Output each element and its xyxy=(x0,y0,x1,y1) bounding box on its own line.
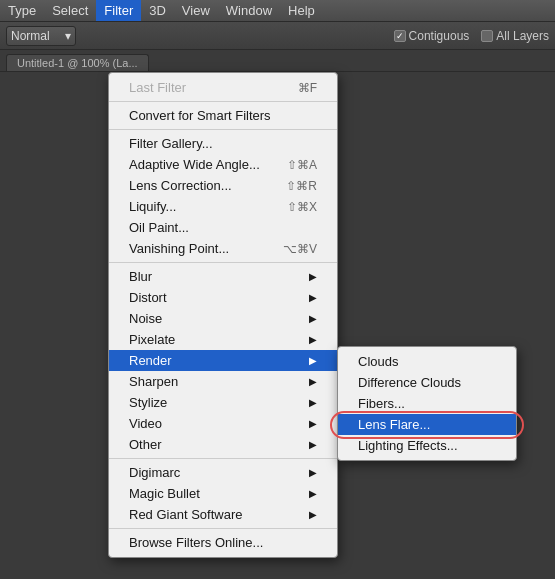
menubar-item-select[interactable]: Select xyxy=(44,0,96,21)
digimarc-arrow: ▶ xyxy=(309,467,317,478)
noise-arrow: ▶ xyxy=(309,313,317,324)
menu-item-sharpen[interactable]: Sharpen ▶ xyxy=(109,371,337,392)
menu-item-oil-paint[interactable]: Oil Paint... xyxy=(109,217,337,238)
filter-dropdown-menu: Last Filter ⌘F Convert for Smart Filters… xyxy=(108,72,338,558)
render-arrow: ▶ xyxy=(309,355,317,366)
menubar-item-help[interactable]: Help xyxy=(280,0,323,21)
separator-5 xyxy=(109,528,337,529)
submenu-item-difference-clouds[interactable]: Difference Clouds xyxy=(338,372,516,393)
menu-item-other[interactable]: Other ▶ xyxy=(109,434,337,455)
menu-item-video[interactable]: Video ▶ xyxy=(109,413,337,434)
sharpen-arrow: ▶ xyxy=(309,376,317,387)
stylize-arrow: ▶ xyxy=(309,397,317,408)
tab-bar: Untitled-1 @ 100% (La... xyxy=(0,50,555,72)
menu-item-convert-smart[interactable]: Convert for Smart Filters xyxy=(109,105,337,126)
blend-mode-select[interactable]: Normal ▾ xyxy=(6,26,76,46)
magic-bullet-arrow: ▶ xyxy=(309,488,317,499)
contiguous-checkbox[interactable] xyxy=(394,30,406,42)
document-tab[interactable]: Untitled-1 @ 100% (La... xyxy=(6,54,149,71)
red-giant-arrow: ▶ xyxy=(309,509,317,520)
all-layers-checkbox-item[interactable]: All Layers xyxy=(481,29,549,43)
menu-item-lens-correction[interactable]: Lens Correction... ⇧⌘R xyxy=(109,175,337,196)
menu-item-stylize[interactable]: Stylize ▶ xyxy=(109,392,337,413)
menu-item-liquify[interactable]: Liquify... ⇧⌘X xyxy=(109,196,337,217)
menu-item-magic-bullet[interactable]: Magic Bullet ▶ xyxy=(109,483,337,504)
pixelate-arrow: ▶ xyxy=(309,334,317,345)
menubar-item-type[interactable]: Type xyxy=(0,0,44,21)
menu-item-browse-filters[interactable]: Browse Filters Online... xyxy=(109,532,337,553)
separator-3 xyxy=(109,262,337,263)
options-bar: Normal ▾ Contiguous All Layers xyxy=(0,22,555,50)
menu-item-render[interactable]: Render ▶ Clouds Difference Clouds Fibers… xyxy=(109,350,337,371)
menubar-item-3d[interactable]: 3D xyxy=(141,0,174,21)
distort-arrow: ▶ xyxy=(309,292,317,303)
menubar-item-window[interactable]: Window xyxy=(218,0,280,21)
menubar: Type Select Filter 3D View Window Help xyxy=(0,0,555,22)
options-checkboxes: Contiguous All Layers xyxy=(394,29,549,43)
menu-item-pixelate[interactable]: Pixelate ▶ xyxy=(109,329,337,350)
separator-2 xyxy=(109,129,337,130)
blur-arrow: ▶ xyxy=(309,271,317,282)
separator-1 xyxy=(109,101,337,102)
menubar-item-filter[interactable]: Filter xyxy=(96,0,141,21)
menu-item-digimarc[interactable]: Digimarc ▶ xyxy=(109,462,337,483)
menu-item-vanishing-point[interactable]: Vanishing Point... ⌥⌘V xyxy=(109,238,337,259)
submenu-item-lens-flare[interactable]: Lens Flare... xyxy=(338,414,516,435)
menu-item-red-giant[interactable]: Red Giant Software ▶ xyxy=(109,504,337,525)
other-arrow: ▶ xyxy=(309,439,317,450)
separator-4 xyxy=(109,458,337,459)
menubar-item-view[interactable]: View xyxy=(174,0,218,21)
menu-item-adaptive-wide-angle[interactable]: Adaptive Wide Angle... ⇧⌘A xyxy=(109,154,337,175)
submenu-item-lighting-effects[interactable]: Lighting Effects... xyxy=(338,435,516,456)
submenu-item-clouds[interactable]: Clouds xyxy=(338,351,516,372)
blend-mode-arrow: ▾ xyxy=(65,29,71,43)
contiguous-checkbox-item[interactable]: Contiguous xyxy=(394,29,470,43)
render-submenu: Clouds Difference Clouds Fibers... Lens … xyxy=(337,346,517,461)
menu-item-last-filter[interactable]: Last Filter ⌘F xyxy=(109,77,337,98)
menu-item-noise[interactable]: Noise ▶ xyxy=(109,308,337,329)
menu-item-filter-gallery[interactable]: Filter Gallery... xyxy=(109,133,337,154)
submenu-item-fibers[interactable]: Fibers... xyxy=(338,393,516,414)
canvas-area: Last Filter ⌘F Convert for Smart Filters… xyxy=(0,72,555,579)
menu-item-blur[interactable]: Blur ▶ xyxy=(109,266,337,287)
menu-item-distort[interactable]: Distort ▶ xyxy=(109,287,337,308)
video-arrow: ▶ xyxy=(309,418,317,429)
all-layers-checkbox[interactable] xyxy=(481,30,493,42)
